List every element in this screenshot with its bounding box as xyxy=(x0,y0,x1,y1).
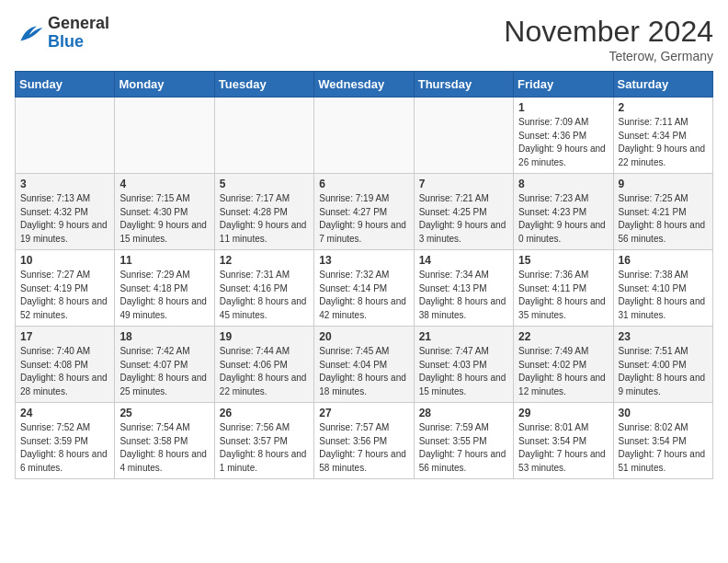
day-header-wednesday: Wednesday xyxy=(314,72,414,98)
calendar-cell: 6Sunrise: 7:19 AM Sunset: 4:27 PM Daylig… xyxy=(314,174,414,250)
calendar-cell: 19Sunrise: 7:44 AM Sunset: 4:06 PM Dayli… xyxy=(214,327,313,403)
day-number: 2 xyxy=(619,101,708,114)
calendar-cell: 17Sunrise: 7:40 AM Sunset: 4:08 PM Dayli… xyxy=(16,327,115,403)
month-title: November 2024 xyxy=(504,15,713,49)
day-info: Sunrise: 7:42 AM Sunset: 4:07 PM Dayligh… xyxy=(119,345,209,398)
day-header-sunday: Sunday xyxy=(16,72,115,98)
day-info: Sunrise: 7:29 AM Sunset: 4:18 PM Dayligh… xyxy=(119,269,209,322)
day-info: Sunrise: 7:34 AM Sunset: 4:13 PM Dayligh… xyxy=(419,269,508,322)
day-info: Sunrise: 7:21 AM Sunset: 4:25 PM Dayligh… xyxy=(419,192,508,246)
day-info: Sunrise: 7:36 AM Sunset: 4:11 PM Dayligh… xyxy=(518,269,608,322)
day-number: 16 xyxy=(619,254,708,267)
day-number: 3 xyxy=(20,178,109,190)
day-info: Sunrise: 8:01 AM Sunset: 3:54 PM Dayligh… xyxy=(518,421,608,475)
calendar-cell xyxy=(115,98,214,174)
calendar-cell: 9Sunrise: 7:25 AM Sunset: 4:21 PM Daylig… xyxy=(613,174,712,250)
day-info: Sunrise: 7:54 AM Sunset: 3:58 PM Dayligh… xyxy=(119,421,209,475)
logo-text: General Blue xyxy=(48,15,109,52)
day-info: Sunrise: 7:27 AM Sunset: 4:19 PM Dayligh… xyxy=(20,269,109,322)
day-number: 15 xyxy=(518,254,608,267)
logo: General Blue xyxy=(15,15,109,52)
calendar-cell: 22Sunrise: 7:49 AM Sunset: 4:02 PM Dayli… xyxy=(514,327,613,403)
day-info: Sunrise: 7:57 AM Sunset: 3:56 PM Dayligh… xyxy=(319,421,408,475)
day-number: 17 xyxy=(20,330,109,343)
day-info: Sunrise: 7:31 AM Sunset: 4:16 PM Dayligh… xyxy=(220,269,309,322)
day-number: 14 xyxy=(419,254,508,267)
calendar-cell: 2Sunrise: 7:11 AM Sunset: 4:34 PM Daylig… xyxy=(613,98,712,174)
day-info: Sunrise: 7:47 AM Sunset: 4:03 PM Dayligh… xyxy=(419,345,508,398)
day-number: 6 xyxy=(319,178,408,190)
logo-bird-icon xyxy=(15,20,44,46)
calendar-cell: 8Sunrise: 7:23 AM Sunset: 4:23 PM Daylig… xyxy=(514,174,613,250)
day-info: Sunrise: 7:15 AM Sunset: 4:30 PM Dayligh… xyxy=(119,192,209,246)
calendar-week-row: 3Sunrise: 7:13 AM Sunset: 4:32 PM Daylig… xyxy=(16,174,713,250)
day-info: Sunrise: 7:52 AM Sunset: 3:59 PM Dayligh… xyxy=(20,421,109,475)
calendar-cell: 30Sunrise: 8:02 AM Sunset: 3:54 PM Dayli… xyxy=(613,403,712,479)
location: Teterow, Germany xyxy=(504,49,713,63)
day-info: Sunrise: 7:45 AM Sunset: 4:04 PM Dayligh… xyxy=(319,345,408,398)
day-info: Sunrise: 7:44 AM Sunset: 4:06 PM Dayligh… xyxy=(220,345,309,398)
day-number: 28 xyxy=(419,407,508,419)
day-info: Sunrise: 7:40 AM Sunset: 4:08 PM Dayligh… xyxy=(20,345,109,398)
day-info: Sunrise: 8:02 AM Sunset: 3:54 PM Dayligh… xyxy=(619,421,708,475)
day-number: 19 xyxy=(220,330,309,343)
calendar-cell: 1Sunrise: 7:09 AM Sunset: 4:36 PM Daylig… xyxy=(514,98,613,174)
calendar-cell: 4Sunrise: 7:15 AM Sunset: 4:30 PM Daylig… xyxy=(115,174,214,250)
day-number: 21 xyxy=(419,330,508,343)
calendar-week-row: 17Sunrise: 7:40 AM Sunset: 4:08 PM Dayli… xyxy=(16,327,713,403)
calendar-week-row: 24Sunrise: 7:52 AM Sunset: 3:59 PM Dayli… xyxy=(16,403,713,479)
calendar-cell: 13Sunrise: 7:32 AM Sunset: 4:14 PM Dayli… xyxy=(314,250,414,327)
calendar-header-row: SundayMondayTuesdayWednesdayThursdayFrid… xyxy=(16,72,713,98)
page-header: General Blue November 2024 Teterow, Germ… xyxy=(15,15,713,63)
calendar-cell: 12Sunrise: 7:31 AM Sunset: 4:16 PM Dayli… xyxy=(214,250,313,327)
day-number: 23 xyxy=(619,330,708,343)
day-info: Sunrise: 7:56 AM Sunset: 3:57 PM Dayligh… xyxy=(220,421,309,475)
calendar-cell: 3Sunrise: 7:13 AM Sunset: 4:32 PM Daylig… xyxy=(16,174,115,250)
calendar-cell: 27Sunrise: 7:57 AM Sunset: 3:56 PM Dayli… xyxy=(314,403,414,479)
calendar-cell: 18Sunrise: 7:42 AM Sunset: 4:07 PM Dayli… xyxy=(115,327,214,403)
calendar-cell: 14Sunrise: 7:34 AM Sunset: 4:13 PM Dayli… xyxy=(414,250,513,327)
day-number: 4 xyxy=(119,178,209,190)
calendar-cell xyxy=(314,98,414,174)
day-info: Sunrise: 7:17 AM Sunset: 4:28 PM Dayligh… xyxy=(220,192,309,246)
calendar-cell: 29Sunrise: 8:01 AM Sunset: 3:54 PM Dayli… xyxy=(514,403,613,479)
calendar-cell: 26Sunrise: 7:56 AM Sunset: 3:57 PM Dayli… xyxy=(214,403,313,479)
calendar-cell: 24Sunrise: 7:52 AM Sunset: 3:59 PM Dayli… xyxy=(16,403,115,479)
day-info: Sunrise: 7:51 AM Sunset: 4:00 PM Dayligh… xyxy=(619,345,708,398)
calendar-cell: 28Sunrise: 7:59 AM Sunset: 3:55 PM Dayli… xyxy=(414,403,513,479)
day-number: 27 xyxy=(319,407,408,419)
day-info: Sunrise: 7:49 AM Sunset: 4:02 PM Dayligh… xyxy=(518,345,608,398)
day-info: Sunrise: 7:09 AM Sunset: 4:36 PM Dayligh… xyxy=(518,116,608,169)
title-block: November 2024 Teterow, Germany xyxy=(504,15,713,63)
calendar-cell xyxy=(414,98,513,174)
day-header-thursday: Thursday xyxy=(414,72,513,98)
day-number: 29 xyxy=(518,407,608,419)
day-number: 1 xyxy=(518,101,608,114)
day-number: 5 xyxy=(220,178,309,190)
day-header-friday: Friday xyxy=(514,72,613,98)
calendar-table: SundayMondayTuesdayWednesdayThursdayFrid… xyxy=(15,71,713,479)
day-number: 18 xyxy=(119,330,209,343)
day-number: 25 xyxy=(119,407,209,419)
day-info: Sunrise: 7:11 AM Sunset: 4:34 PM Dayligh… xyxy=(619,116,708,169)
calendar-cell xyxy=(16,98,115,174)
day-info: Sunrise: 7:32 AM Sunset: 4:14 PM Dayligh… xyxy=(319,269,408,322)
calendar-cell: 16Sunrise: 7:38 AM Sunset: 4:10 PM Dayli… xyxy=(613,250,712,327)
calendar-cell: 20Sunrise: 7:45 AM Sunset: 4:04 PM Dayli… xyxy=(314,327,414,403)
day-header-monday: Monday xyxy=(115,72,214,98)
day-number: 7 xyxy=(419,178,508,190)
day-header-saturday: Saturday xyxy=(613,72,712,98)
day-number: 26 xyxy=(220,407,309,419)
calendar-cell: 23Sunrise: 7:51 AM Sunset: 4:00 PM Dayli… xyxy=(613,327,712,403)
day-number: 13 xyxy=(319,254,408,267)
day-number: 10 xyxy=(20,254,109,267)
calendar-week-row: 10Sunrise: 7:27 AM Sunset: 4:19 PM Dayli… xyxy=(16,250,713,327)
day-number: 11 xyxy=(119,254,209,267)
day-number: 24 xyxy=(20,407,109,419)
day-info: Sunrise: 7:38 AM Sunset: 4:10 PM Dayligh… xyxy=(619,269,708,322)
day-number: 8 xyxy=(518,178,608,190)
calendar-week-row: 1Sunrise: 7:09 AM Sunset: 4:36 PM Daylig… xyxy=(16,98,713,174)
day-number: 12 xyxy=(220,254,309,267)
calendar-cell: 7Sunrise: 7:21 AM Sunset: 4:25 PM Daylig… xyxy=(414,174,513,250)
day-header-tuesday: Tuesday xyxy=(214,72,313,98)
